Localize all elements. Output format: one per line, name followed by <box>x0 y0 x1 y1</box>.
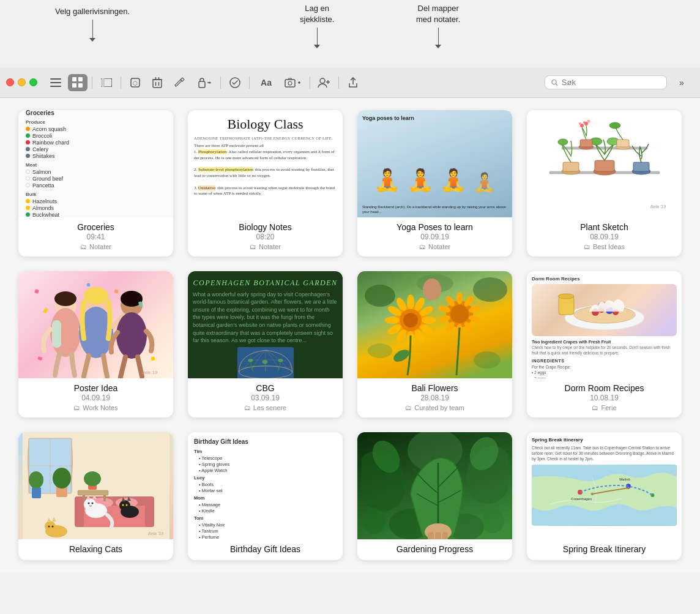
svg-rect-60 <box>114 290 118 294</box>
svg-point-44 <box>587 120 590 123</box>
note-card-cats[interactable]: Bela '19 Relaxing Cats <box>18 432 173 560</box>
spring-note-title-display: Spring Break Itinerary <box>533 544 676 554</box>
spring-content: Spring Break Itinerary Check out all rec… <box>527 432 682 539</box>
note-card-spring[interactable]: Spring Break Itinerary Check out all rec… <box>527 432 682 560</box>
yoga-title: Yoga Poses to learn <box>363 222 506 232</box>
cats-info: Relaxing Cats <box>18 539 173 560</box>
gallery-view-button[interactable] <box>68 74 88 91</box>
plant-date: 08.09.19 <box>533 233 676 241</box>
gardening-thumbnail <box>357 432 512 539</box>
cbg-folder: 🗂 Les senere <box>194 404 337 411</box>
svg-rect-8 <box>101 78 105 87</box>
svg-rect-51 <box>34 289 39 294</box>
share-button[interactable] <box>343 74 363 91</box>
bali-thumbnail <box>357 271 512 378</box>
yoga-folder: 🗂 Notater <box>363 243 506 250</box>
svg-text:Bela '19: Bela '19 <box>650 204 666 209</box>
folder-icon-bali: 🗂 <box>405 404 412 411</box>
close-button[interactable] <box>6 78 14 86</box>
svg-point-100 <box>391 347 411 364</box>
lock-button[interactable] <box>192 74 216 91</box>
svg-rect-106 <box>559 296 574 315</box>
svg-point-76 <box>407 294 414 309</box>
svg-point-68 <box>262 360 267 364</box>
notes-grid: Groceries Produce Acorn squash Broccoli … <box>0 98 700 572</box>
list-view-button[interactable] <box>46 74 65 91</box>
svg-rect-0 <box>50 78 61 80</box>
share-note-button[interactable]: ⬡ <box>125 74 145 91</box>
note-card-cbg[interactable]: COPENHAGEN BOTANICAL GARDEN What a wonde… <box>188 271 343 417</box>
cats-title: Relaxing Cats <box>24 544 167 554</box>
maximize-button[interactable] <box>29 78 37 86</box>
svg-point-132 <box>91 503 93 504</box>
svg-rect-28 <box>563 162 579 171</box>
biology-folder: 🗂 Notater <box>194 243 337 250</box>
svg-point-134 <box>119 500 130 511</box>
map-placeholder: Copenhagen Malmö <box>532 465 677 526</box>
poster-info: Poster Idea 04.09.19 🗂 Work Notes <box>18 378 173 417</box>
svg-text:Malmö: Malmö <box>619 478 630 482</box>
search-input[interactable] <box>562 78 660 87</box>
svg-point-118 <box>29 471 43 489</box>
svg-point-120 <box>53 468 71 489</box>
biology-date: 08:20 <box>194 233 337 241</box>
note-card-groceries[interactable]: Groceries Produce Acorn squash Broccoli … <box>18 110 173 256</box>
birthday-thumbnail: Birthday Gift Ideas Tim Telescope Spring… <box>188 432 343 539</box>
cbg-dome-svg <box>204 347 327 378</box>
note-card-bali[interactable]: Bali Flowers 28.08.19 🗂 Curated by team <box>357 271 512 417</box>
dorm-info: Dorm Room Recipes 10.08.19 🗂 Ferie <box>527 378 682 417</box>
compose-button[interactable] <box>169 74 189 91</box>
annotations-area: Velg gallerivisningen. Lag en sjekkliste… <box>0 0 700 67</box>
dorm-content: Dorm Room Recipes <box>527 271 682 378</box>
note-card-gardening[interactable]: Gardening Progress <box>357 432 512 560</box>
spring-note-title: Spring Break Itinerary <box>532 437 677 443</box>
svg-text:Bela '19: Bela '19 <box>148 531 163 536</box>
svg-point-75 <box>403 313 418 328</box>
gardening-note-title: Gardening Progress <box>363 544 506 554</box>
note-card-plant[interactable]: Bela '19 Plant Sketch 08.09.19 🗂 Best Id… <box>527 110 682 256</box>
svg-point-85 <box>385 316 400 324</box>
birthday-section-mom: Mom Massage Kindle <box>194 495 337 514</box>
minimize-button[interactable] <box>18 78 26 86</box>
poster-svg: Bela '19 <box>29 271 163 378</box>
svg-point-170 <box>591 493 594 495</box>
more-button[interactable]: » <box>669 74 694 91</box>
note-card-poster[interactable]: Bela '19 Poster Idea 04.09.19 🗂 Work Not… <box>18 271 173 417</box>
svg-point-67 <box>248 359 253 362</box>
collaborate-button[interactable] <box>315 74 334 91</box>
biology-content: Biology Class ADENOSINE TRIPHOSPHATE (AT… <box>188 110 343 217</box>
delete-button[interactable] <box>147 74 167 91</box>
separator-5 <box>310 77 310 89</box>
note-card-yoga[interactable]: Yoga poses to learn 🧘 🧘 🧘 🧘 Standing Bac… <box>357 110 512 256</box>
svg-text:⬡: ⬡ <box>133 80 138 86</box>
separator-6 <box>338 77 339 89</box>
svg-point-89 <box>450 305 469 323</box>
svg-text:Bela '19: Bela '19 <box>142 370 157 375</box>
svg-rect-6 <box>78 83 83 88</box>
svg-point-103 <box>474 351 501 369</box>
sidebar-toggle-button[interactable] <box>97 74 116 91</box>
birthday-title-text: Birthday Gift Ideas <box>194 438 337 445</box>
svg-rect-123 <box>75 500 84 527</box>
photo-button[interactable] <box>281 74 305 91</box>
folder-icon-plant: 🗂 <box>584 243 590 250</box>
note-card-biology[interactable]: Biology Class ADENOSINE TRIPHOSPHATE (AT… <box>188 110 343 256</box>
svg-point-58 <box>116 312 147 359</box>
svg-point-40 <box>609 122 620 129</box>
svg-rect-157 <box>428 532 434 539</box>
format-button[interactable]: Aa <box>254 74 278 91</box>
search-bar[interactable] <box>545 75 667 89</box>
groceries-folder: 🗂 Notater <box>24 243 167 250</box>
svg-point-23 <box>552 80 556 84</box>
svg-point-69 <box>278 359 283 362</box>
share-folder-annotation: Del mapper med notater. <box>416 3 460 25</box>
svg-point-138 <box>125 504 127 506</box>
note-card-birthday[interactable]: Birthday Gift Ideas Tim Telescope Spring… <box>188 432 343 560</box>
checklist-button[interactable] <box>225 74 245 91</box>
note-card-dorm[interactable]: Dorm Room Recipes <box>527 271 682 417</box>
groceries-thumbnail: Groceries Produce Acorn squash Broccoli … <box>18 110 173 217</box>
checklist-annotation: Lag en sjekkliste. <box>300 3 334 25</box>
plant-thumbnail: Bela '19 <box>527 110 682 217</box>
plant-title: Plant Sketch <box>533 222 676 232</box>
svg-rect-1 <box>50 82 61 83</box>
